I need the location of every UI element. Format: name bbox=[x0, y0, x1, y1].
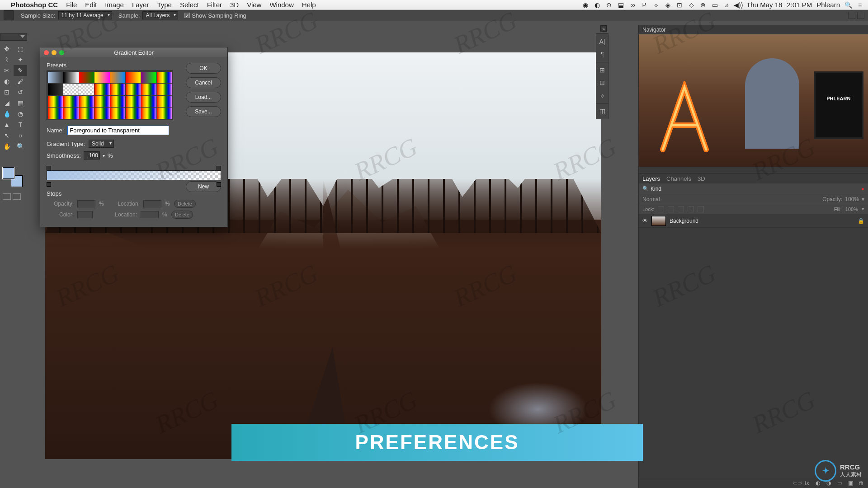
cancel-button[interactable]: Cancel bbox=[186, 77, 221, 88]
menu-select[interactable]: Select bbox=[180, 1, 199, 9]
preset-swatch[interactable] bbox=[63, 96, 78, 107]
preset-swatch[interactable] bbox=[126, 72, 141, 83]
preset-swatch[interactable] bbox=[94, 72, 109, 83]
gradient-type-select[interactable]: Solid bbox=[89, 140, 114, 148]
menu-filter[interactable]: Filter bbox=[207, 1, 222, 9]
preset-swatch[interactable] bbox=[79, 72, 94, 83]
eyedropper-tool-icon[interactable]: ✎ bbox=[14, 65, 27, 76]
notifications-icon[interactable]: ≡ bbox=[856, 1, 863, 9]
blend-mode-select[interactable]: Normal bbox=[642, 196, 660, 202]
preset-swatch[interactable] bbox=[110, 96, 125, 107]
preset-swatch[interactable] bbox=[141, 72, 156, 83]
preset-swatch[interactable] bbox=[126, 84, 141, 95]
preset-swatch[interactable] bbox=[79, 84, 94, 95]
magic-wand-tool-icon[interactable]: ✦ bbox=[14, 54, 27, 65]
smoothness-input[interactable]: 100 bbox=[84, 151, 100, 160]
navigator-thumbnail[interactable]: PHLEARN bbox=[639, 34, 868, 167]
menu-file[interactable]: File bbox=[66, 1, 77, 9]
spotlight-icon[interactable]: 🔍 bbox=[844, 1, 852, 9]
clone-panel-icon[interactable]: ⊡ bbox=[596, 77, 608, 89]
move-tool-icon[interactable]: ✥ bbox=[0, 43, 14, 54]
menu-image[interactable]: Image bbox=[105, 1, 124, 9]
sys-icon[interactable]: ◐ bbox=[594, 1, 601, 9]
pen-tool-icon[interactable]: ▲ bbox=[0, 119, 14, 130]
filter-toggle-icon[interactable]: ● bbox=[861, 186, 864, 192]
hand-tool-icon[interactable]: ✋ bbox=[0, 141, 14, 152]
brush-panel-icon[interactable]: ⊞ bbox=[596, 64, 608, 76]
minimize-icon[interactable] bbox=[52, 50, 57, 55]
brush-tool-icon[interactable]: 🖌 bbox=[14, 76, 27, 87]
blur-tool-icon[interactable]: 💧 bbox=[0, 108, 14, 119]
menu-layer[interactable]: Layer bbox=[132, 1, 149, 9]
lock-all-icon[interactable] bbox=[698, 206, 704, 212]
menu-edit[interactable]: Edit bbox=[85, 1, 97, 9]
opacity-stop[interactable] bbox=[217, 166, 221, 170]
type-tool-icon[interactable]: T bbox=[14, 119, 27, 130]
sys-icon[interactable]: ⬓ bbox=[617, 1, 624, 9]
menu-view[interactable]: View bbox=[247, 1, 261, 9]
sample-size-select[interactable]: 11 by 11 Average bbox=[58, 11, 112, 19]
toolbox-handle[interactable] bbox=[0, 33, 27, 41]
lasso-tool-icon[interactable]: ⌇ bbox=[0, 54, 14, 65]
preset-swatch[interactable] bbox=[141, 96, 156, 107]
layer-row[interactable]: 👁 Background 🔒 bbox=[639, 214, 868, 228]
wifi-icon[interactable]: ⊚ bbox=[699, 1, 707, 9]
sys-icon[interactable]: ⟐ bbox=[652, 1, 660, 9]
preset-swatch[interactable] bbox=[63, 72, 78, 83]
foreground-background-colors[interactable] bbox=[3, 167, 23, 187]
gradient-bar[interactable] bbox=[47, 166, 221, 184]
preset-swatch[interactable] bbox=[63, 108, 78, 119]
sys-icon[interactable]: ⊙ bbox=[605, 1, 613, 9]
menu-window[interactable]: Window bbox=[269, 1, 293, 9]
preset-swatch[interactable] bbox=[157, 96, 172, 107]
dropbox-icon[interactable]: ◇ bbox=[688, 1, 695, 9]
preset-swatch[interactable] bbox=[48, 108, 63, 119]
load-button[interactable]: Load... bbox=[186, 92, 221, 103]
history-brush-tool-icon[interactable]: ↺ bbox=[14, 87, 27, 98]
layer-thumbnail[interactable] bbox=[651, 216, 666, 226]
menu-3d[interactable]: 3D bbox=[230, 1, 239, 9]
sys-icon[interactable]: ◉ bbox=[582, 1, 589, 9]
current-tool-icon[interactable] bbox=[4, 10, 14, 20]
shape-tool-icon[interactable]: ○ bbox=[14, 130, 27, 141]
preset-swatch[interactable] bbox=[157, 72, 172, 83]
preset-swatch[interactable] bbox=[110, 108, 125, 119]
marquee-tool-icon[interactable]: ⬚ bbox=[14, 43, 27, 54]
fill-value[interactable]: 100% bbox=[845, 206, 858, 212]
collapse-icon[interactable]: « bbox=[600, 25, 607, 32]
dodge-tool-icon[interactable]: ◔ bbox=[14, 108, 27, 119]
panel-icon[interactable]: ◫ bbox=[596, 105, 608, 117]
app-menu[interactable]: Photoshop CC bbox=[11, 1, 58, 9]
crop-tool-icon[interactable]: ✂ bbox=[0, 65, 14, 76]
preset-swatch[interactable] bbox=[94, 84, 109, 95]
color-stop[interactable] bbox=[47, 182, 51, 187]
maximize-icon[interactable] bbox=[59, 50, 64, 55]
bluetooth-icon[interactable]: ⊿ bbox=[723, 1, 730, 9]
volume-icon[interactable]: ◀)) bbox=[735, 1, 742, 9]
preset-swatch[interactable] bbox=[48, 84, 63, 95]
menubar-user[interactable]: Phlearn bbox=[816, 1, 840, 9]
preset-swatch[interactable] bbox=[157, 84, 172, 95]
dialog-titlebar[interactable]: Gradient Editor bbox=[40, 47, 227, 57]
stamp-tool-icon[interactable]: ⊡ bbox=[0, 87, 14, 98]
sample-select[interactable]: All Layers bbox=[142, 11, 178, 19]
screenmode-icon[interactable] bbox=[13, 193, 21, 200]
navigator-tab[interactable]: Navigator bbox=[642, 27, 665, 33]
zoom-tool-icon[interactable]: 🔍 bbox=[14, 141, 27, 152]
gradient-preview[interactable] bbox=[47, 170, 221, 180]
paragraph-panel-icon[interactable]: ¶ bbox=[596, 48, 608, 60]
workspace-icon[interactable] bbox=[848, 12, 855, 19]
cc-icon[interactable]: ∞ bbox=[629, 1, 636, 9]
character-panel-icon[interactable]: A| bbox=[596, 36, 608, 47]
sys-icon[interactable]: ⊡ bbox=[676, 1, 683, 9]
preset-swatch[interactable] bbox=[63, 84, 78, 95]
opacity-stop[interactable] bbox=[47, 166, 51, 170]
gradient-tool-icon[interactable]: ▦ bbox=[14, 98, 27, 108]
workspace-icon[interactable] bbox=[857, 12, 864, 19]
layer-name[interactable]: Background bbox=[670, 218, 698, 224]
preset-swatch[interactable] bbox=[141, 84, 156, 95]
healing-tool-icon[interactable]: ◐ bbox=[0, 76, 14, 87]
lock-pixels-icon[interactable] bbox=[668, 206, 674, 212]
show-ring-checkbox[interactable]: ✓ bbox=[184, 13, 190, 18]
panel-icon[interactable]: ⟐ bbox=[596, 89, 608, 101]
